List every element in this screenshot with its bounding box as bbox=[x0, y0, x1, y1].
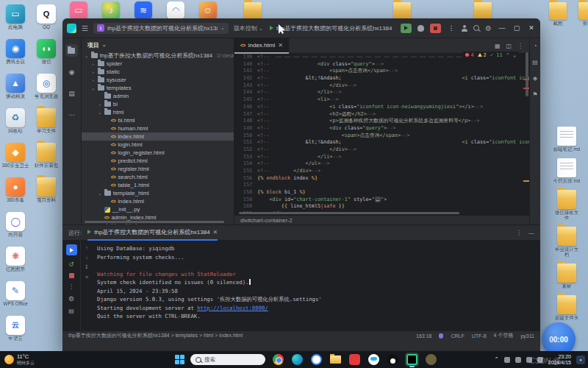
up-stacktrace-icon[interactable]: ↑ bbox=[85, 245, 88, 250]
file-encoding[interactable]: UTF-8 bbox=[472, 333, 487, 339]
run-console[interactable]: Using DataBase: yiqingdbPerforming syste… bbox=[93, 241, 540, 330]
tree-item[interactable]: <> register.html bbox=[82, 165, 234, 173]
taskbar-app-icon[interactable] bbox=[424, 353, 438, 367]
desktop-icon[interactable]: 新建文件夹 bbox=[553, 295, 581, 320]
line-separator[interactable]: CRLF bbox=[451, 333, 464, 339]
gradle-toolwindow-icon[interactable]: ▤ bbox=[532, 59, 538, 66]
tree-item[interactable]: <> bi.html bbox=[82, 116, 234, 124]
desktop-icon[interactable]: ◯ 向日葵 bbox=[1, 212, 29, 237]
database-toolwindow-icon[interactable]: ⚑ bbox=[532, 91, 537, 98]
more-actions-icon[interactable]: ⋮ bbox=[447, 24, 456, 32]
taskbar-search[interactable]: 搜索 bbox=[190, 354, 265, 365]
desktop-icon-folder[interactable] bbox=[388, 2, 416, 20]
tree-item[interactable]: <> predict.html bbox=[82, 157, 234, 165]
indent-style[interactable]: 4 个空格 bbox=[494, 332, 514, 339]
desktop-icon[interactable]: 云 中望云 bbox=[1, 316, 29, 341]
taskbar-app-icon[interactable] bbox=[367, 353, 381, 367]
desktop-icon[interactable]: 项目资料 bbox=[32, 177, 60, 202]
editor-options-icon[interactable]: ⋮ bbox=[517, 43, 523, 49]
tree-item[interactable]: ⌄ template_html bbox=[82, 189, 234, 197]
stop-button[interactable] bbox=[430, 24, 441, 33]
tree-item[interactable]: › sysuser bbox=[82, 76, 234, 84]
desktop-icon[interactable]: 毕业设计文档 bbox=[553, 227, 581, 257]
run-button[interactable] bbox=[401, 24, 412, 33]
desktop-icon[interactable]: 前端笔记.md bbox=[553, 127, 581, 152]
code-with-me-icon[interactable] bbox=[462, 25, 467, 31]
desktop-icon[interactable]: 资料 bbox=[573, 2, 588, 26]
desktop-icon[interactable]: 微信接收文件 bbox=[553, 190, 581, 220]
desktop-icon[interactable]: ◎ 夸克浏览器 bbox=[32, 74, 60, 99]
taskbar-app-icon[interactable] bbox=[271, 353, 285, 367]
hide-panel-icon[interactable]: — bbox=[528, 230, 534, 236]
tree-item[interactable]: <> table_1.html bbox=[82, 181, 234, 189]
desktop-icon-folder[interactable] bbox=[239, 2, 267, 20]
commit-toolwindow-icon[interactable]: ◉ bbox=[65, 66, 78, 78]
pycharm-logo-icon[interactable] bbox=[67, 24, 76, 33]
tree-chevron-icon[interactable]: › bbox=[98, 102, 102, 107]
tree-item[interactable]: admin bbox=[82, 92, 234, 100]
rerun-run-icon[interactable] bbox=[66, 244, 77, 255]
error-stripe-mark[interactable] bbox=[523, 79, 529, 80]
warning-stripe-mark[interactable] bbox=[523, 180, 529, 182]
protected-mode-icon[interactable] bbox=[439, 333, 443, 339]
tray-input-icon[interactable] bbox=[537, 357, 543, 363]
desktop-icon[interactable]: ◖◗ 微信 bbox=[32, 39, 60, 64]
tree-item[interactable]: <> index.html bbox=[82, 197, 234, 205]
tab-close-icon[interactable]: ✕ bbox=[278, 42, 283, 49]
desktop-icon-folder[interactable] bbox=[469, 2, 497, 20]
desktop-icon[interactable]: ▭ 此电脑 bbox=[1, 4, 29, 29]
project-scrollbar[interactable] bbox=[85, 221, 224, 223]
caret-position[interactable]: 163:18 bbox=[416, 333, 431, 339]
vcs-widget[interactable]: 版本控制 ⌄ bbox=[234, 24, 263, 32]
split-editor-icon[interactable]: ◫ bbox=[506, 43, 512, 49]
desktop-icon[interactable]: ❋ 亿图图示 bbox=[1, 247, 29, 272]
desktop-icon[interactable]: 软件安装包 bbox=[32, 143, 60, 168]
search-everywhere-icon[interactable] bbox=[473, 25, 479, 31]
stop-process-icon[interactable] bbox=[69, 273, 74, 278]
tree-chevron-icon[interactable]: ⌄ bbox=[98, 191, 102, 196]
desktop-icon[interactable]: ▲ 驱动精灵 bbox=[1, 74, 29, 99]
more-toolwindows-icon[interactable]: ⋯ bbox=[65, 108, 78, 121]
run-config-widget[interactable]: thp基于疾控大数据的可视化分析系统hx1384 ⌄ bbox=[270, 24, 395, 32]
tray-battery-icon[interactable] bbox=[526, 357, 532, 363]
tray-clock[interactable]: 23:20 2024/4/15 bbox=[548, 354, 571, 366]
clear-console-icon[interactable]: ▤ bbox=[68, 308, 74, 314]
tree-chevron-icon[interactable]: ⌄ bbox=[98, 110, 102, 115]
taskbar-app-icon[interactable] bbox=[348, 353, 362, 367]
editor-layout-icon[interactable]: ▦ bbox=[495, 43, 501, 49]
taskbar-app-icon[interactable] bbox=[290, 353, 304, 367]
inspections-widget[interactable]: 4 2 ✓ 11 ⌃ ⌄ bbox=[462, 52, 519, 60]
notifications-bell-icon[interactable]: ◔ bbox=[534, 43, 537, 49]
tree-item[interactable]: › spider bbox=[82, 60, 234, 68]
tree-item[interactable]: <> human.html bbox=[82, 124, 234, 132]
project-panel-header[interactable]: 项目⌄ bbox=[82, 38, 234, 52]
prev-problem-icon[interactable]: ⌃ bbox=[506, 52, 509, 60]
code-editor[interactable]: 139 <!-- –– –– –– –– –– –– –– –– –– –– –… bbox=[234, 49, 529, 212]
tree-item[interactable]: <> login.html bbox=[82, 141, 234, 149]
tree-chevron-icon[interactable]: › bbox=[91, 62, 96, 66]
desktop-icon[interactable]: ◆ 360安全卫士 bbox=[1, 143, 29, 168]
settings-gear-icon[interactable]: ⚙ bbox=[485, 24, 492, 32]
desktop-icon[interactable]: 截图 bbox=[544, 2, 572, 26]
tree-item[interactable]: › static bbox=[82, 68, 234, 76]
tree-chevron-icon[interactable]: ⌄ bbox=[91, 85, 96, 91]
restart-server-icon[interactable]: ↺ bbox=[68, 261, 74, 268]
taskbar-app-icon[interactable] bbox=[386, 353, 400, 367]
editor-breadcrumbs[interactable]: div#chart-container-2 bbox=[234, 215, 529, 224]
tree-chevron-icon[interactable]: › bbox=[91, 70, 96, 74]
desktop-icon[interactable]: ♻ 回收站 bbox=[1, 108, 29, 133]
taskbar-app-icon[interactable] bbox=[309, 353, 323, 367]
run-tab-close-icon[interactable]: ✕ bbox=[213, 229, 218, 236]
editor-horizontal-scrollbar[interactable] bbox=[234, 212, 529, 215]
editor-vertical-scrollbar[interactable] bbox=[526, 52, 528, 96]
desktop-icon[interactable]: Q QQ bbox=[32, 4, 60, 29]
tray-network-icon[interactable] bbox=[504, 357, 510, 363]
desktop-icon[interactable]: ◉ 腾讯会议 bbox=[1, 39, 29, 64]
tray-expand-icon[interactable]: ⌃ bbox=[494, 356, 499, 363]
desktop-icon[interactable]: ✎ WPS Office bbox=[1, 281, 29, 306]
desktop-icon[interactable]: 今日安排.md bbox=[553, 158, 581, 183]
desktop-icon[interactable]: 素材 bbox=[553, 263, 581, 289]
debug-button[interactable] bbox=[417, 25, 424, 32]
tree-item[interactable]: ⌄ html bbox=[82, 108, 234, 116]
tree-item[interactable]: › bi bbox=[82, 100, 234, 108]
